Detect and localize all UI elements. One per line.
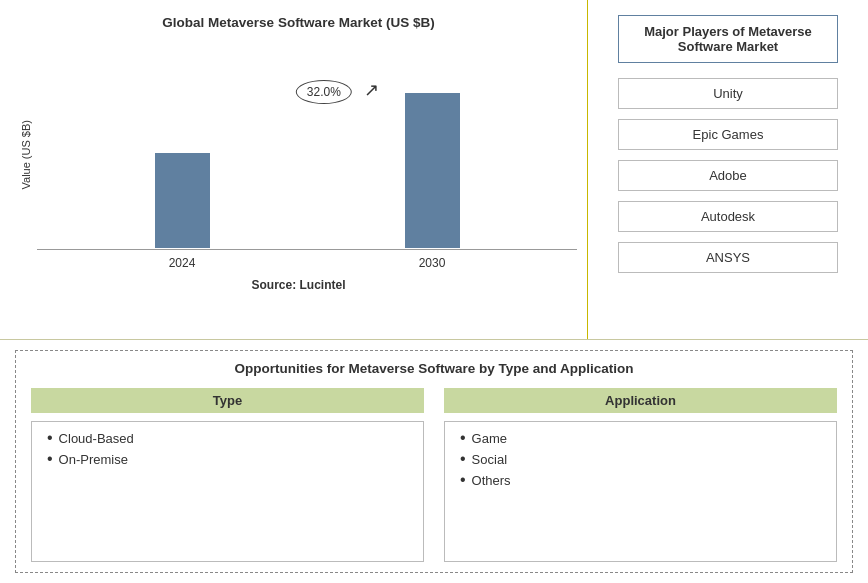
type-column: Type • Cloud-Based • On-Premise xyxy=(31,388,424,562)
players-title-text: Major Players of MetaverseSoftware Marke… xyxy=(644,24,812,54)
bullet-others: • xyxy=(460,472,466,488)
type-cloud-label: Cloud-Based xyxy=(59,431,134,446)
type-onpremise-label: On-Premise xyxy=(59,452,128,467)
player-unity-label: Unity xyxy=(713,86,743,101)
cagr-oval: 32.0% ↗ xyxy=(296,80,352,104)
cagr-annotation: 32.0% ↗ xyxy=(296,80,352,104)
cagr-value: 32.0% xyxy=(307,85,341,99)
bars-container: 32.0% ↗ 2024 2030 xyxy=(37,70,577,270)
bottom-title: Opportunities for Metaverse Software by … xyxy=(31,361,837,376)
app-social-label: Social xyxy=(472,452,507,467)
app-game-label: Game xyxy=(472,431,507,446)
source-text: Source: Lucintel xyxy=(20,278,577,292)
top-section: Global Metaverse Software Market (US $B)… xyxy=(0,0,868,340)
player-ansys: ANSYS xyxy=(618,242,838,273)
app-others-label: Others xyxy=(472,473,511,488)
bullet-cloud: • xyxy=(47,430,53,446)
y-axis-label: Value (US $B) xyxy=(20,120,32,190)
player-epicgames-label: Epic Games xyxy=(693,127,764,142)
bottom-columns: Type • Cloud-Based • On-Premise Applicat… xyxy=(31,388,837,562)
player-ansys-label: ANSYS xyxy=(706,250,750,265)
x-axis-line xyxy=(37,249,577,250)
chart-inner: Value (US $B) 32.0% ↗ 2024 xyxy=(20,40,577,270)
bar-2030 xyxy=(405,93,460,248)
type-item-onpremise: • On-Premise xyxy=(47,451,408,467)
player-adobe-label: Adobe xyxy=(709,168,747,183)
type-item-cloud: • Cloud-Based xyxy=(47,430,408,446)
players-area: Major Players of MetaverseSoftware Marke… xyxy=(588,0,868,339)
player-epicgames: Epic Games xyxy=(618,119,838,150)
bar-label-2030: 2030 xyxy=(419,256,446,270)
bar-2024 xyxy=(155,153,210,248)
app-item-others: • Others xyxy=(460,472,821,488)
app-item-game: • Game xyxy=(460,430,821,446)
bar-group-2030: 2030 xyxy=(405,93,460,270)
chart-title: Global Metaverse Software Market (US $B) xyxy=(20,15,577,30)
bar-group-2024: 2024 xyxy=(155,153,210,270)
cagr-arrow: ↗ xyxy=(364,79,379,101)
application-header: Application xyxy=(444,388,837,413)
app-item-social: • Social xyxy=(460,451,821,467)
chart-area: Global Metaverse Software Market (US $B)… xyxy=(0,0,588,339)
application-column: Application • Game • Social • Others xyxy=(444,388,837,562)
bullet-game: • xyxy=(460,430,466,446)
players-title: Major Players of MetaverseSoftware Marke… xyxy=(618,15,838,63)
player-unity: Unity xyxy=(618,78,838,109)
player-adobe: Adobe xyxy=(618,160,838,191)
player-autodesk-label: Autodesk xyxy=(701,209,755,224)
chart-plot: 32.0% ↗ 2024 2030 xyxy=(37,70,577,270)
bullet-onpremise: • xyxy=(47,451,53,467)
type-items: • Cloud-Based • On-Premise xyxy=(31,421,424,562)
bar-label-2024: 2024 xyxy=(169,256,196,270)
bullet-social: • xyxy=(460,451,466,467)
application-items: • Game • Social • Others xyxy=(444,421,837,562)
bottom-section: Opportunities for Metaverse Software by … xyxy=(15,350,853,573)
type-header: Type xyxy=(31,388,424,413)
main-container: Global Metaverse Software Market (US $B)… xyxy=(0,0,868,583)
player-autodesk: Autodesk xyxy=(618,201,838,232)
